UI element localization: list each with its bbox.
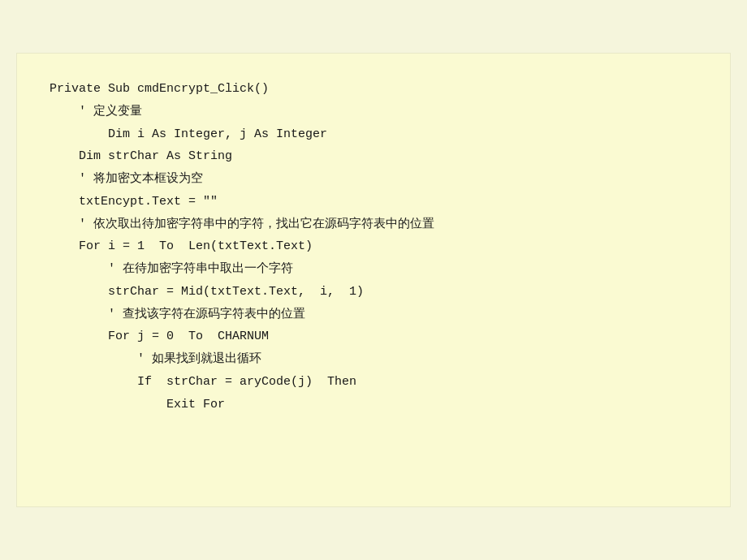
code-line: ' 如果找到就退出循环	[50, 348, 697, 371]
code-line: ' 定义变量	[50, 101, 697, 123]
code-line: If strChar = aryCode(j) Then	[50, 371, 697, 394]
code-line: ' 在待加密字符串中取出一个字符	[50, 258, 697, 281]
code-line: Exit For	[50, 394, 697, 416]
code-line: ' 查找该字符在源码字符表中的位置	[50, 304, 697, 326]
code-line: For j = 0 To CHARNUM	[50, 325, 697, 348]
code-line: strChar = Mid(txtText.Text, i, 1)	[50, 281, 697, 304]
code-block: Private Sub cmdEncrypt_Click() ' 定义变量 Di…	[16, 53, 731, 507]
code-line: Dim i As Integer, j As Integer	[50, 123, 697, 146]
code-line: ' 依次取出待加密字符串中的字符，找出它在源码字符表中的位置	[50, 213, 697, 236]
code-line: Dim strChar As String	[50, 145, 697, 168]
code-line: For i = 1 To Len(txtText.Text)	[50, 235, 697, 258]
code-line: txtEncypt.Text = ""	[50, 191, 697, 213]
code-line: Private Sub cmdEncrypt_Click()	[50, 78, 697, 101]
code-line: ' 将加密文本框设为空	[50, 168, 697, 191]
